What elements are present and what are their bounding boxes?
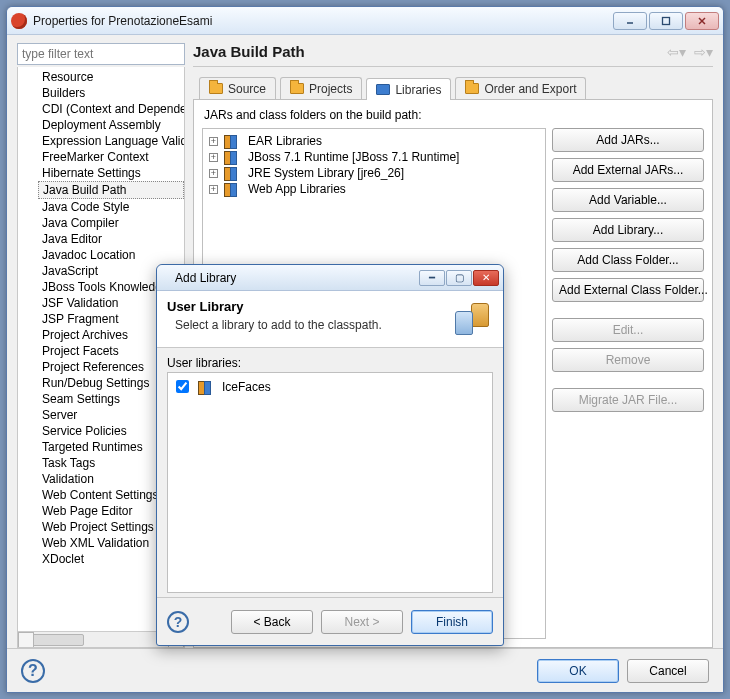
page-title: Java Build Path (193, 43, 667, 60)
tab-label: Libraries (395, 83, 441, 97)
tree-item[interactable]: Resource (38, 69, 184, 85)
nav-fwd-icon[interactable]: ⇨▾ (694, 44, 713, 60)
finish-button[interactable]: Finish (411, 610, 493, 634)
next-button: Next > (321, 610, 403, 634)
side-button-column: Add JARs... Add External JARs... Add Var… (552, 128, 704, 639)
user-libraries-label: User libraries: (167, 356, 493, 370)
add-external-class-folder-button[interactable]: Add External Class Folder... (552, 278, 704, 302)
tab-projects[interactable]: Projects (280, 77, 362, 99)
close-button[interactable] (685, 12, 719, 30)
add-library-button[interactable]: Add Library... (552, 218, 704, 242)
tree-item[interactable]: Java Editor (38, 231, 184, 247)
buildpath-entry[interactable]: +Web App Libraries (205, 181, 543, 197)
add-jars-button[interactable]: Add JARs... (552, 128, 704, 152)
help-icon[interactable]: ? (167, 611, 189, 633)
buildpath-entry-label: Web App Libraries (248, 182, 346, 196)
expand-icon[interactable]: + (209, 185, 218, 194)
modal-maximize-button[interactable]: ▢ (446, 270, 472, 286)
add-class-folder-button[interactable]: Add Class Folder... (552, 248, 704, 272)
nav-history: ⇦▾ ⇨▾ (667, 44, 713, 60)
titlebar[interactable]: Properties for PrenotazioneEsami (7, 7, 723, 35)
expand-icon[interactable]: + (209, 153, 218, 162)
tree-item[interactable]: Deployment Assembly (38, 117, 184, 133)
dialog-footer: ? OK Cancel (7, 648, 723, 692)
tree-item[interactable]: Java Build Path (38, 181, 184, 199)
buildpath-entry[interactable]: +JRE System Library [jre6_26] (205, 165, 543, 181)
back-button[interactable]: < Back (231, 610, 313, 634)
modal-footer: ? < Back Next > Finish (157, 597, 503, 645)
buildpath-desc: JARs and class folders on the build path… (204, 108, 704, 122)
modal-head-title: User Library (167, 299, 449, 314)
add-external-jars-button[interactable]: Add External JARs... (552, 158, 704, 182)
modal-titlebar[interactable]: Add Library ━ ▢ ✕ (157, 265, 503, 291)
modal-title: Add Library (175, 271, 419, 285)
remove-button: Remove (552, 348, 704, 372)
library-icon (224, 135, 242, 147)
buildpath-entry-label: JBoss 7.1 Runtime [JBoss 7.1 Runtime] (248, 150, 459, 164)
tree-item[interactable]: CDI (Context and Dependen (38, 101, 184, 117)
eclipse-icon (11, 13, 27, 29)
library-icon (224, 167, 242, 179)
window-title: Properties for PrenotazioneEsami (33, 14, 613, 28)
expand-icon[interactable]: + (209, 137, 218, 146)
folder-icon (465, 83, 479, 94)
migrate-jar-button: Migrate JAR File... (552, 388, 704, 412)
tab-libraries[interactable]: Libraries (366, 78, 451, 100)
library-icon (224, 183, 242, 195)
tree-item[interactable]: Hibernate Settings (38, 165, 184, 181)
modal-minimize-button[interactable]: ━ (419, 270, 445, 286)
tab-label: Order and Export (484, 82, 576, 96)
user-library-row[interactable]: IceFaces (172, 377, 488, 396)
eclipse-icon (161, 271, 175, 285)
minimize-button[interactable] (613, 12, 647, 30)
expand-icon[interactable]: + (209, 169, 218, 178)
library-icon (198, 381, 216, 393)
library-icon (224, 151, 242, 163)
folder-icon (290, 83, 304, 94)
folder-icon (209, 83, 223, 94)
modal-head-subtitle: Select a library to add to the classpath… (167, 318, 449, 332)
add-library-dialog: Add Library ━ ▢ ✕ User Library Select a … (156, 264, 504, 646)
library-jars-icon (449, 299, 493, 339)
buildpath-entry-label: JRE System Library [jre6_26] (248, 166, 404, 180)
ok-button[interactable]: OK (537, 659, 619, 683)
buildpath-entry-label: EAR Libraries (248, 134, 322, 148)
nav-back-icon[interactable]: ⇦▾ (667, 44, 686, 60)
maximize-button[interactable] (649, 12, 683, 30)
modal-close-button[interactable]: ✕ (473, 270, 499, 286)
library-icon (376, 84, 390, 95)
buildpath-entry[interactable]: +JBoss 7.1 Runtime [JBoss 7.1 Runtime] (205, 149, 543, 165)
tree-item[interactable]: FreeMarker Context (38, 149, 184, 165)
help-icon[interactable]: ? (21, 659, 45, 683)
edit-button: Edit... (552, 318, 704, 342)
tree-item[interactable]: Javadoc Location (38, 247, 184, 263)
filter-input[interactable] (17, 43, 185, 65)
user-libraries-list[interactable]: IceFaces (167, 372, 493, 593)
tab-row: SourceProjectsLibrariesOrder and Export (193, 77, 713, 99)
modal-header: User Library Select a library to add to … (157, 291, 503, 348)
buildpath-entry[interactable]: +EAR Libraries (205, 133, 543, 149)
tab-label: Source (228, 82, 266, 96)
tree-item[interactable]: Java Code Style (38, 199, 184, 215)
add-variable-button[interactable]: Add Variable... (552, 188, 704, 212)
cancel-button[interactable]: Cancel (627, 659, 709, 683)
tab-source[interactable]: Source (199, 77, 276, 99)
tree-item[interactable]: Java Compiler (38, 215, 184, 231)
user-library-checkbox[interactable] (176, 380, 189, 393)
tree-item[interactable]: Builders (38, 85, 184, 101)
svg-rect-1 (663, 17, 670, 24)
tab-order-and-export[interactable]: Order and Export (455, 77, 586, 99)
user-library-label: IceFaces (222, 380, 271, 394)
tree-item[interactable]: Expression Language Valida (38, 133, 184, 149)
tab-label: Projects (309, 82, 352, 96)
